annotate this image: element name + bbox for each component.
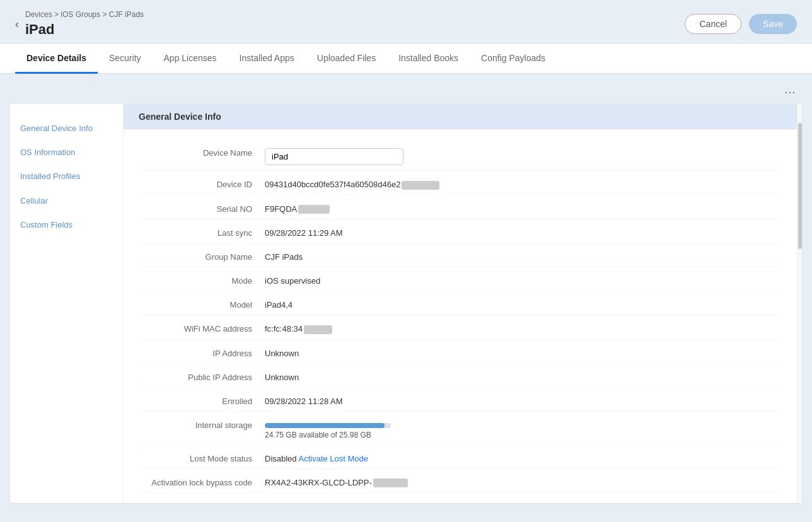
sidebar-item-os-information[interactable]: OS Information — [20, 141, 113, 165]
page-title: iPad — [25, 21, 144, 38]
internal-storage-label: Internal storage — [139, 417, 265, 430]
more-options-button[interactable]: ⋯ — [784, 85, 797, 99]
main-content: General Device Info Device Name Device I… — [124, 104, 797, 503]
tab-security[interactable]: Security — [98, 44, 153, 74]
last-sync-row: Last sync 09/28/2022 11:29 AM — [139, 219, 782, 243]
activation-lock-value: RX4A2-43KRX-GLCD-LDPP- — [265, 474, 782, 488]
top-bar-right: Cancel Save — [685, 14, 797, 34]
lost-mode-row: Lost Mode status Disabled Activate Lost … — [139, 445, 782, 469]
device-name-input[interactable] — [265, 148, 403, 165]
lost-mode-value: Disabled Activate Lost Mode — [265, 450, 782, 463]
device-id-row: Device ID 09431d40bccd0fe537f4a60508d46e… — [139, 171, 782, 195]
tab-device-details[interactable]: Device Details — [15, 44, 98, 74]
serial-no-redacted — [298, 205, 330, 214]
lost-mode-label: Lost Mode status — [139, 450, 265, 463]
lost-mode-status: Disabled — [265, 454, 297, 463]
activation-lock-text: RX4A2-43KRX-GLCD-LDPP- — [265, 478, 372, 487]
public-ip-row: Public IP Address Unknown — [139, 364, 782, 388]
section-header: General Device Info — [124, 104, 797, 129]
serial-no-row: Serial NO F9FQDA — [139, 195, 782, 220]
serial-no-label: Serial NO — [139, 200, 265, 214]
ip-address-row: IP Address Unknown — [139, 340, 782, 364]
main-panel: General Device Info OS Information Insta… — [10, 104, 802, 503]
tab-installed-apps[interactable]: Installed Apps — [228, 44, 306, 74]
model-label: Model — [139, 296, 265, 310]
scrollbar-track[interactable] — [797, 104, 802, 503]
wifi-mac-redacted — [304, 325, 332, 334]
group-name-value: CJF iPads — [265, 248, 782, 262]
sidebar-item-installed-profiles[interactable]: Installed Profiles — [20, 165, 113, 188]
enrolled-row: Enrolled 09/28/2022 11:28 AM — [139, 388, 782, 412]
tab-config-payloads[interactable]: Config Payloads — [470, 44, 557, 74]
back-button[interactable]: ‹ — [15, 18, 19, 31]
wifi-mac-row: WiFi MAC address fc:fc:48:34 — [139, 315, 782, 340]
last-sync-value: 09/28/2022 11:29 AM — [265, 224, 782, 238]
mode-row: Mode iOS supervised — [139, 267, 782, 291]
group-name-row: Group Name CJF iPads — [139, 243, 782, 267]
wifi-mac-value: fc:fc:48:34 — [265, 320, 782, 334]
model-value: iPad4,4 — [265, 296, 782, 310]
activation-lock-row: Activation lock bypass code RX4A2-43KRX-… — [139, 469, 782, 494]
sidebar: General Device Info OS Information Insta… — [10, 104, 124, 503]
storage-bar-track — [265, 423, 391, 428]
activate-lost-mode-link[interactable]: Activate Lost Mode — [299, 454, 369, 463]
storage-bar-container: 24.75 GB available of 25.98 GB — [265, 423, 782, 439]
sidebar-item-custom-fields[interactable]: Custom Fields — [20, 213, 113, 237]
enrolled-value: 09/28/2022 11:28 AM — [265, 393, 782, 406]
activation-lock-label: Activation lock bypass code — [139, 474, 265, 487]
tab-installed-books[interactable]: Installed Books — [387, 44, 470, 74]
content-area: ⋯ General Device Info OS Information Ins… — [0, 74, 812, 509]
sidebar-item-general-device-info[interactable]: General Device Info — [20, 117, 113, 141]
model-row: Model iPad4,4 — [139, 291, 782, 315]
last-sync-label: Last sync — [139, 224, 265, 238]
cancel-button[interactable]: Cancel — [685, 14, 741, 34]
device-id-redacted — [402, 181, 439, 190]
serial-no-value: F9FQDA — [265, 200, 782, 214]
title-block: Devices > iOS Groups > CJF iPads iPad — [25, 10, 144, 38]
device-name-value — [265, 144, 782, 165]
mode-label: Mode — [139, 272, 265, 286]
serial-no-text: F9FQDA — [265, 204, 297, 214]
scrollbar-thumb[interactable] — [798, 123, 802, 249]
device-id-value: 09431d40bccd0fe537f4a60508d46e2 — [265, 176, 782, 190]
save-button[interactable]: Save — [749, 14, 797, 34]
tab-uploaded-files[interactable]: Uploaded Files — [306, 44, 387, 74]
more-options-bar: ⋯ — [0, 80, 812, 104]
device-name-row: Device Name — [139, 139, 782, 171]
ip-address-value: Unknown — [265, 345, 782, 358]
enrolled-label: Enrolled — [139, 393, 265, 406]
storage-bar-fill — [265, 423, 385, 428]
activation-lock-redacted — [373, 478, 408, 487]
device-name-label: Device Name — [139, 144, 265, 158]
device-id-label: Device ID — [139, 176, 265, 189]
public-ip-label: Public IP Address — [139, 369, 265, 382]
device-id-text: 09431d40bccd0fe537f4a60508d46e2 — [265, 180, 400, 189]
tab-bar: Device Details Security App Licenses Ins… — [0, 44, 812, 74]
ip-address-label: IP Address — [139, 345, 265, 358]
main-panel-wrapper: General Device Info OS Information Insta… — [0, 104, 812, 503]
tab-app-licenses[interactable]: App Licenses — [153, 44, 228, 74]
mode-value: iOS supervised — [265, 272, 782, 286]
group-name-label: Group Name — [139, 248, 265, 262]
storage-label: 24.75 GB available of 25.98 GB — [265, 431, 782, 439]
breadcrumb: Devices > iOS Groups > CJF iPads — [25, 10, 144, 19]
internal-storage-row: Internal storage 24.75 GB available of 2… — [139, 412, 782, 445]
top-bar-left: ‹ Devices > iOS Groups > CJF iPads iPad — [15, 10, 144, 38]
wifi-mac-text: fc:fc:48:34 — [265, 324, 303, 334]
top-bar: ‹ Devices > iOS Groups > CJF iPads iPad … — [0, 0, 812, 44]
internal-storage-value: 24.75 GB available of 25.98 GB — [265, 417, 782, 439]
info-table: Device Name Device ID 09431d40bccd0fe537… — [124, 129, 797, 503]
public-ip-value: Unknown — [265, 369, 782, 382]
sidebar-item-cellular[interactable]: Cellular — [20, 189, 113, 213]
wifi-mac-label: WiFi MAC address — [139, 320, 265, 334]
